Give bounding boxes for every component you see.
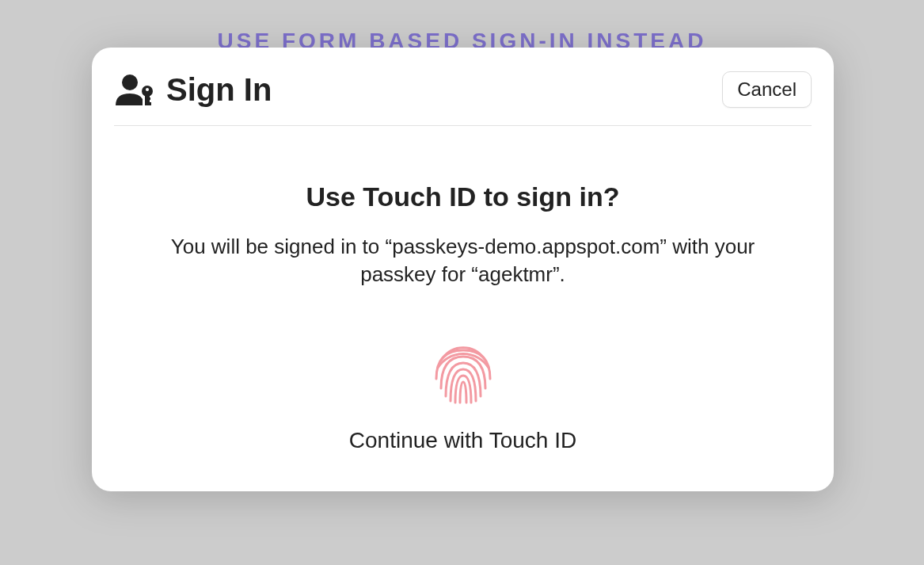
cancel-button[interactable]: Cancel	[722, 71, 812, 108]
svg-point-0	[122, 74, 138, 90]
dialog-body: Use Touch ID to sign in? You will be sig…	[92, 126, 834, 453]
continue-touchid-label: Continue with Touch ID	[155, 428, 770, 453]
svg-rect-5	[145, 97, 150, 100]
dialog-title: Sign In	[166, 72, 272, 108]
signin-dialog: Sign In Cancel Use Touch ID to sign in? …	[92, 48, 834, 491]
dialog-header: Sign In Cancel	[92, 48, 834, 125]
passkey-icon	[114, 72, 157, 107]
dialog-title-group: Sign In	[114, 72, 272, 108]
touchid-heading: Use Touch ID to sign in?	[155, 181, 770, 212]
svg-rect-4	[145, 102, 151, 105]
fingerprint-icon[interactable]	[155, 333, 770, 406]
touchid-description: You will be signed in to “passkeys-demo.…	[170, 233, 756, 288]
svg-point-2	[146, 88, 149, 91]
